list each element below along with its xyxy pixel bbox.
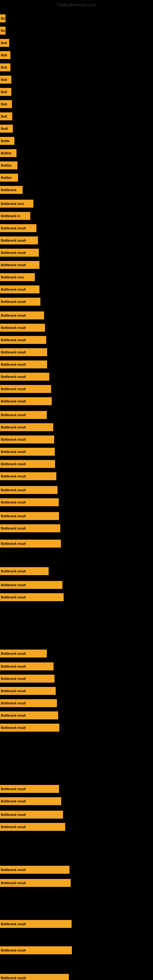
bar-item: Bottleneck result xyxy=(0,724,59,732)
bar-item: Bottleneck result xyxy=(0,879,71,887)
bar-item: Bottleneck result xyxy=(0,811,63,819)
bar-item: Bottleneck result xyxy=(0,224,37,232)
bar-item: Bottleneck result xyxy=(0,662,54,670)
bar-item: Bottleneck result xyxy=(0,581,62,589)
bar-item: Bottleneck result xyxy=(0,448,55,456)
site-title: TheBottlenecker.com xyxy=(0,0,153,10)
bar-item: Bottleneck result xyxy=(0,498,59,506)
bar-item: Bottleneck resu xyxy=(0,273,35,281)
bar-item: Bottleneck result xyxy=(0,539,61,547)
bar-item: Bottlen xyxy=(0,149,16,157)
bar-item: Bottleneck result xyxy=(0,411,47,419)
bar-item: Bottleneck result xyxy=(0,336,46,344)
bar-item: Bottleneck result xyxy=(0,687,56,695)
bar-item: Bott xyxy=(0,39,9,47)
bar-item: Bottleneck result xyxy=(0,524,60,532)
bar-item: Bottleneck result xyxy=(0,397,52,405)
bar-item: Bottleneck result xyxy=(0,285,40,293)
bar-item: Bottlen xyxy=(0,173,18,181)
bar-item: Bottleneck result xyxy=(0,785,59,793)
bar-item: Bo xyxy=(0,14,5,22)
bar-item: Bottleneck result xyxy=(0,711,58,719)
bar-item: Bottleneck result xyxy=(0,312,44,320)
bar-item: Bottleneck result xyxy=(0,593,64,601)
bar-item: Bott xyxy=(0,64,10,72)
bar-item: Bott xyxy=(0,76,11,84)
bar-item: Bottleneck result xyxy=(0,472,56,480)
bar-item: Bottleneck result xyxy=(0,236,38,244)
bar-item: Bottleneck result xyxy=(0,360,47,368)
bar-item: Bottleneck result xyxy=(0,423,53,431)
bar-item: Bott xyxy=(0,88,11,96)
bar-item: Bottleneck result xyxy=(0,486,57,494)
bar-item: Bottleneck result xyxy=(0,298,40,305)
bar-item: Bottleneck result xyxy=(0,348,47,356)
bar-item: Bottleneck result xyxy=(0,946,72,954)
bar-item: Bottleneck result xyxy=(0,512,59,520)
bar-item: Bott xyxy=(0,100,12,108)
bar-item: Bottleneck resu xyxy=(0,200,33,208)
bar-item: Bott xyxy=(0,51,10,59)
bar-item: Bottleneck result xyxy=(0,249,39,257)
bar-item: Bottleneck result xyxy=(0,649,47,657)
bar-item: Bottleneck result xyxy=(0,324,45,332)
bar-item: Bottleneck result xyxy=(0,823,65,831)
bar-item: Bott xyxy=(0,112,12,120)
bar-item: Bottleneck result xyxy=(0,567,49,575)
bar-item: Bottleneck result xyxy=(0,373,49,381)
bar-item: Bottleneck result xyxy=(0,460,55,468)
bar-item: Bottleneck result xyxy=(0,436,54,444)
bar-item: Bottl xyxy=(0,125,13,133)
bar-item: Bottleneck result xyxy=(0,797,61,805)
bar-item: Bottleneck xyxy=(0,186,22,194)
bar-item: Bottleneck re xyxy=(0,212,30,220)
bar-item: Bottleneck result xyxy=(0,974,69,980)
bar-item: Bottleneck result xyxy=(0,866,70,874)
bar-item: Bo xyxy=(0,27,5,35)
bar-item: Bottleneck result xyxy=(0,920,72,928)
bar-item: Bottleneck result xyxy=(0,699,57,707)
bar-item: Bottleneck result xyxy=(0,675,54,682)
bar-item: Bottleneck result xyxy=(0,385,51,393)
bar-item: Bottlen xyxy=(0,161,18,169)
bar-item: Bottle xyxy=(0,137,14,145)
bar-item: Bottleneck result xyxy=(0,261,40,269)
